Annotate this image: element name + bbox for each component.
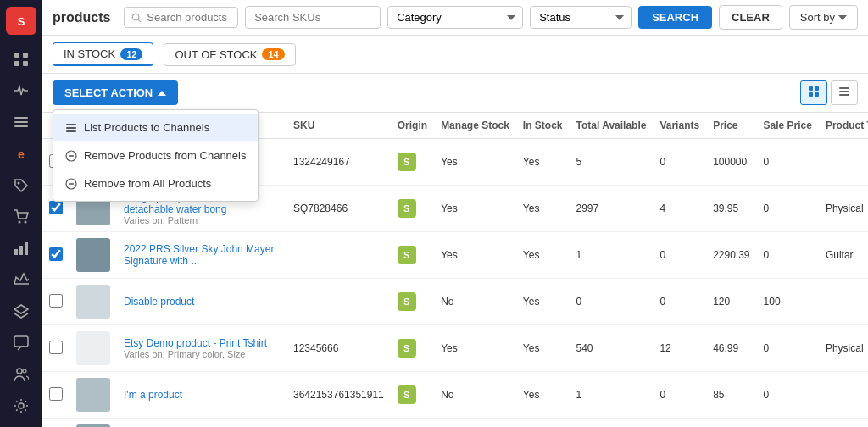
row-name-cell: Disable product [117, 279, 287, 325]
sidebar-icon-chart[interactable] [6, 235, 36, 263]
main-content: products Category Status SEARCH CLEAR So… [42, 0, 868, 427]
sidebar-icon-cart[interactable] [6, 202, 36, 230]
sidebar-icon-pulse[interactable] [6, 76, 36, 104]
row-checkbox[interactable] [49, 341, 63, 354]
table-row: Lorem Ipsum Jenny simple S Yes Yes 1 0 1… [42, 419, 868, 428]
sidebar-icon-menu[interactable] [6, 108, 36, 136]
tab-out-of-stock[interactable]: OUT OF STOCK 14 [164, 43, 295, 66]
shopify-icon: S [398, 199, 416, 218]
row-variants: 4 [653, 186, 706, 232]
row-checkbox[interactable] [49, 294, 63, 308]
tab-out-of-stock-label: OUT OF STOCK [175, 48, 257, 61]
grid-view-button[interactable] [800, 80, 827, 105]
product-search-input[interactable] [147, 11, 231, 24]
row-sale-price: 100 [757, 279, 819, 325]
svg-rect-14 [25, 242, 28, 255]
svg-point-17 [23, 369, 26, 373]
row-sku: 1324249167 [287, 139, 391, 186]
row-checkbox[interactable] [49, 201, 63, 214]
row-sale-price: 0 [757, 186, 819, 232]
row-checkbox[interactable] [49, 247, 63, 261]
row-image-cell [70, 372, 117, 419]
row-sale-price: 0 [757, 372, 819, 419]
sort-by-button[interactable]: Sort by [789, 5, 858, 30]
row-price: 46.99 [706, 325, 756, 372]
product-cell: Etsy Demo product - Print Tshirt Varies … [124, 337, 280, 359]
tab-in-stock-badge: 12 [120, 48, 142, 60]
sidebar-brand[interactable]: S [6, 7, 36, 35]
product-variant: Varies on: Pattern [124, 215, 280, 225]
clear-button[interactable]: CLEAR [719, 5, 782, 30]
row-manage-stock: Yes [434, 139, 516, 186]
row-variants: 0 [653, 279, 706, 325]
topbar: products Category Status SEARCH CLEAR So… [42, 0, 868, 36]
remove-icon [65, 150, 77, 162]
svg-rect-30 [809, 92, 813, 97]
sidebar-icon-layers[interactable] [6, 297, 36, 325]
svg-rect-5 [23, 61, 28, 66]
product-cell: Disable product [124, 296, 280, 308]
dropdown-item-remove-channels[interactable]: Remove Products from Channels [53, 141, 258, 169]
sidebar-icon-settings[interactable] [6, 392, 36, 420]
row-variants: 0 [653, 372, 706, 419]
search-button[interactable]: SEARCH [638, 6, 712, 29]
header-sku: SKU [287, 113, 391, 139]
sidebar-icon-people[interactable] [6, 361, 36, 389]
row-sku [287, 419, 391, 428]
row-origin: S [391, 325, 434, 372]
row-origin: S [391, 186, 434, 232]
svg-point-19 [133, 14, 140, 20]
product-name[interactable]: I'm a product [124, 389, 182, 401]
shopify-icon: S [398, 152, 416, 171]
row-sku: 3642153761351911 [287, 372, 391, 419]
row-manage-stock: Yes [434, 419, 516, 428]
tab-in-stock[interactable]: IN STOCK 12 [53, 42, 153, 66]
list-icon [65, 122, 77, 134]
row-name-cell: I'm a product [117, 372, 287, 419]
status-filter[interactable]: Status [530, 6, 632, 29]
row-total-available: 1 [570, 232, 654, 279]
product-name[interactable]: Etsy Demo product - Print Tshirt [124, 337, 267, 349]
dropdown-item-list-channels[interactable]: List Products to Channels [53, 114, 258, 141]
svg-rect-33 [839, 91, 849, 92]
row-in-stock: Yes [516, 325, 570, 372]
row-checkbox[interactable] [49, 387, 63, 401]
header-manage-stock: Manage Stock [434, 113, 516, 139]
svg-rect-13 [19, 246, 23, 255]
product-info: 2022 PRS Silver Sky John Mayer Signature… [124, 243, 280, 267]
sidebar-icon-crown[interactable] [6, 266, 36, 294]
table-row: Etsy Demo product - Print Tshirt Varies … [42, 325, 868, 372]
list-view-icon [838, 86, 850, 97]
sidebar-icon-home[interactable] [6, 45, 36, 73]
row-sku: 12345666 [287, 325, 391, 372]
row-product-type [819, 372, 868, 419]
category-filter[interactable]: Category [387, 6, 523, 29]
product-name[interactable]: 2022 PRS Silver Sky John Mayer Signature… [124, 243, 280, 267]
list-view-button[interactable] [831, 80, 858, 105]
row-price: 120 [706, 279, 756, 325]
product-name[interactable]: Disable product [124, 296, 194, 308]
svg-rect-6 [14, 117, 28, 119]
select-action-button[interactable]: SELECT ACTION [53, 80, 178, 105]
table-row: Disable product S No Yes 0 0 120 100 INA… [42, 279, 868, 325]
action-dropdown: List Products to Channels Remove Product… [53, 109, 259, 202]
row-sku [287, 232, 391, 279]
svg-rect-32 [839, 87, 849, 89]
sidebar-icon-tag[interactable] [6, 171, 36, 199]
chevron-down-icon [838, 15, 847, 20]
row-checkbox-cell [42, 232, 70, 279]
row-price: 85 [706, 372, 756, 419]
row-sale-price: 0 [757, 139, 819, 186]
row-total-available: 0 [570, 279, 654, 325]
svg-rect-31 [815, 92, 819, 97]
sidebar-icon-chat[interactable] [6, 329, 36, 357]
sku-search-input[interactable] [245, 6, 381, 29]
search-icon [131, 12, 142, 24]
svg-rect-21 [66, 124, 76, 125]
dropdown-item-remove-all[interactable]: Remove from All Products [53, 169, 258, 197]
shopify-icon: S [398, 292, 416, 311]
product-thumbnail [76, 331, 110, 365]
sidebar-icon-etsy[interactable]: e [6, 140, 36, 168]
header-product-type: Product Type [819, 113, 868, 139]
row-product-type [819, 139, 868, 186]
